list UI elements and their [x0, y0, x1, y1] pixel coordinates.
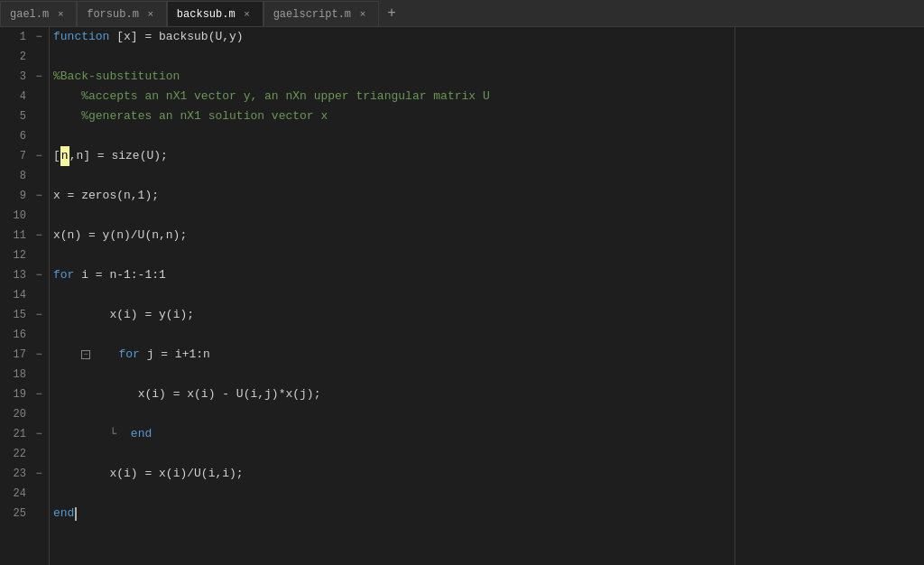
indent-5: [53, 107, 81, 126]
line7-bracket: [: [53, 146, 60, 166]
tab-label: forsub.m: [87, 8, 139, 21]
line-num-12: 12: [0, 249, 32, 262]
gutter-row-11: 11 −: [0, 226, 49, 245]
line13-rest: i = n-1:-1:1: [74, 265, 165, 285]
tab-close-gaelscript[interactable]: ×: [356, 8, 369, 21]
gutter-row-13: 13 −: [0, 265, 49, 285]
fold-7[interactable]: −: [32, 150, 46, 162]
gutter-row-17: 17 −: [0, 345, 49, 365]
line11: x(n) = y(n)/U(n,n);: [53, 226, 187, 245]
tab-gaelscript[interactable]: gaelscript.m ×: [263, 1, 379, 26]
gutter-row-22: 22: [0, 444, 49, 464]
line-num-2: 2: [0, 51, 32, 63]
gutter-row-3: 3 −: [0, 67, 49, 87]
gutter-row-19: 19 −: [0, 384, 49, 404]
fold-box-17[interactable]: −: [81, 350, 90, 359]
code-line-21: └ end: [53, 424, 735, 444]
line7-rest: ,n] = size(U);: [69, 146, 168, 166]
line-num-14: 14: [0, 289, 32, 301]
line-num-8: 8: [0, 170, 32, 182]
line-num-3: 3: [0, 70, 32, 83]
code-line-11: x(n) = y(n)/U(n,n);: [53, 226, 735, 245]
keyword-for-17: for: [118, 345, 139, 365]
fold-3[interactable]: −: [32, 70, 46, 83]
tab-gael[interactable]: gael.m ×: [0, 1, 77, 26]
keyword-end-25: end: [53, 504, 74, 523]
highlight-n: n: [60, 146, 69, 166]
tab-close-backsub[interactable]: ×: [241, 8, 254, 21]
line-num-24: 24: [0, 487, 32, 500]
code-line-4: %accepts an nX1 vector y, an nXn upper t…: [53, 87, 735, 107]
gutter-row-12: 12: [0, 245, 49, 265]
indent-23: [53, 464, 109, 484]
code-line-18: [53, 365, 735, 384]
gutter-row-6: 6: [0, 126, 49, 146]
fold-1[interactable]: −: [32, 31, 46, 43]
gutter-row-7: 7 −: [0, 146, 49, 166]
keyword-function: function: [53, 27, 109, 47]
line-gutter: 1 − 2 3 − 4 5: [0, 27, 50, 565]
code-line-3: %Back-substitution: [53, 67, 735, 87]
indent-15: [53, 305, 109, 325]
line1-rest: [x] = backsub(U,y): [109, 27, 243, 47]
gutter-row-24: 24: [0, 484, 49, 504]
tab-label: backsub.m: [177, 8, 236, 21]
code-line-17: − for j = i+1:n: [53, 345, 735, 365]
fold-15[interactable]: −: [32, 309, 46, 321]
tab-backsub[interactable]: backsub.m ×: [167, 1, 263, 26]
code-line-5: %generates an nX1 solution vector x: [53, 107, 735, 126]
indent-21: [53, 424, 109, 444]
code-line-22: [53, 444, 735, 464]
line-num-7: 7: [0, 150, 32, 162]
fold-9[interactable]: −: [32, 190, 46, 202]
gutter-row-14: 14: [0, 285, 49, 305]
tab-close-forsub[interactable]: ×: [144, 8, 157, 21]
line19: x(i) = x(i) - U(i,j)*x(j);: [138, 384, 321, 404]
line9: x = zeros(n,1);: [53, 186, 159, 206]
line-num-6: 6: [0, 130, 32, 143]
comment-4: %accepts an nX1 vector y, an nXn upper t…: [81, 87, 489, 107]
line21-space: [116, 424, 131, 444]
line-num-25: 25: [0, 507, 32, 520]
indent-4: [53, 87, 81, 107]
line-num-9: 9: [0, 190, 32, 202]
line-num-22: 22: [0, 448, 32, 460]
editor-container: gael.m × forsub.m × backsub.m × gaelscri…: [0, 0, 924, 565]
line-num-1: 1: [0, 31, 32, 43]
line-num-20: 20: [0, 408, 32, 421]
gutter-row-4: 4: [0, 87, 49, 107]
gutter-row-5: 5: [0, 107, 49, 126]
tab-bar: gael.m × forsub.m × backsub.m × gaelscri…: [0, 0, 924, 27]
fold-21[interactable]: −: [32, 428, 46, 440]
code-line-15: x(i) = y(i);: [53, 305, 735, 325]
fold-13[interactable]: −: [32, 269, 46, 282]
keyword-end-21: end: [131, 424, 152, 444]
gutter-row-16: 16: [0, 325, 49, 345]
tab-label: gaelscript.m: [273, 8, 351, 21]
code-line-13: for i = n-1:-1:1: [53, 265, 735, 285]
line-num-13: 13: [0, 269, 32, 282]
keyword-for-13: for: [53, 265, 74, 285]
code-line-8: [53, 166, 735, 186]
code-line-16: [53, 325, 735, 345]
tab-label: gael.m: [10, 8, 49, 21]
line-num-16: 16: [0, 329, 32, 341]
line15: x(i) = y(i);: [109, 305, 194, 325]
right-panel: [735, 27, 924, 565]
code-line-24: [53, 484, 735, 504]
tab-forsub[interactable]: forsub.m ×: [77, 1, 167, 26]
line-num-5: 5: [0, 110, 32, 123]
indent-17: [53, 345, 81, 365]
line23: x(i) = x(i)/U(i,i);: [109, 464, 243, 484]
gutter-row-2: 2: [0, 47, 49, 67]
fold-19[interactable]: −: [32, 388, 46, 401]
fold-17[interactable]: −: [32, 348, 46, 361]
new-tab-button[interactable]: +: [379, 1, 404, 26]
line-num-17: 17: [0, 348, 32, 361]
line-num-10: 10: [0, 209, 32, 222]
tab-close-gael[interactable]: ×: [54, 8, 67, 21]
fold-23[interactable]: −: [32, 468, 46, 480]
editor-body: 1 − 2 3 − 4 5: [0, 27, 924, 565]
code-editor[interactable]: function [x] = backsub(U,y) %Back-substi…: [50, 27, 735, 565]
fold-11[interactable]: −: [32, 229, 46, 242]
